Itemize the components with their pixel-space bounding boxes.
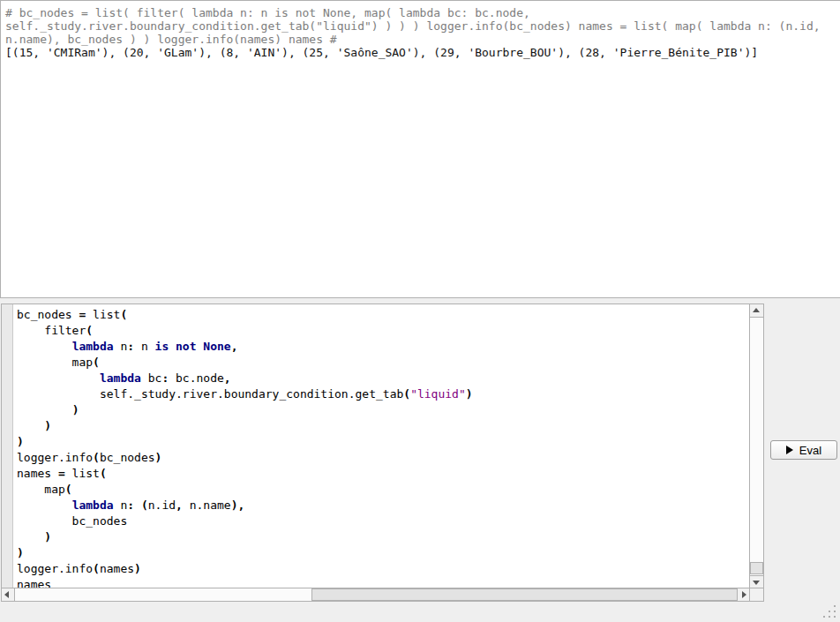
- scrollbar-corner: [749, 588, 763, 601]
- chevron-up-icon: [753, 308, 760, 312]
- vertical-scrollbar[interactable]: [749, 304, 763, 588]
- eval-script-window: { "console": { "lines": [ {"text": "# bc…: [0, 0, 840, 622]
- horizontal-scrollbar-thumb[interactable]: [311, 588, 739, 601]
- console-line: self._study.river.boundary_condition.get…: [5, 19, 840, 33]
- code-line: logger.info(names): [17, 561, 750, 577]
- code-line: logger.info(bc_nodes): [17, 450, 750, 466]
- chevron-right-icon: [742, 591, 746, 598]
- code-line: lambda n: (n.id, n.name),: [17, 498, 750, 513]
- code-line: ): [17, 402, 750, 418]
- code-line: ): [17, 529, 750, 545]
- eval-button[interactable]: Eval: [770, 440, 837, 460]
- code-line: bc_nodes = list(: [17, 307, 750, 323]
- code-editor-textarea[interactable]: bc_nodes = list( filter( lambda n: n is …: [13, 304, 750, 588]
- scroll-up-button[interactable]: [750, 304, 763, 318]
- chevron-down-icon: [753, 581, 760, 585]
- chevron-left-icon: [4, 591, 9, 598]
- play-icon: [786, 446, 793, 454]
- resize-grip-icon[interactable]: [823, 605, 837, 619]
- code-line: bc_nodes: [17, 513, 750, 529]
- code-line: map(: [17, 482, 750, 498]
- code-line: names = list(: [17, 466, 750, 482]
- code-line: ): [17, 418, 750, 434]
- eval-button-label: Eval: [799, 444, 821, 457]
- horizontal-scrollbar[interactable]: [2, 588, 750, 601]
- console-line: [(15, 'CMIRam'), (20, 'GLam'), (8, 'AIN'…: [5, 46, 840, 59]
- code-line: filter(: [17, 323, 750, 339]
- scroll-right-button[interactable]: [737, 588, 750, 601]
- code-line: ): [17, 545, 750, 561]
- editor-marker-gutter: [2, 304, 13, 588]
- scroll-down-button[interactable]: [750, 575, 763, 588]
- code-line: lambda n: n is not None,: [17, 339, 750, 355]
- code-line: lambda bc: bc.node,: [17, 371, 750, 386]
- console-line: n.name), bc_nodes ) ) logger.info(names)…: [5, 33, 840, 46]
- code-line: self._study.river.boundary_condition.get…: [17, 386, 750, 402]
- code-line: ): [17, 434, 750, 450]
- vertical-scrollbar-thumb[interactable]: [750, 562, 763, 574]
- code-line: map(: [17, 355, 750, 371]
- scroll-left-button[interactable]: [2, 588, 15, 601]
- console-line: # bc_nodes = list( filter( lambda n: n i…: [5, 6, 840, 19]
- code-editor-panel: bc_nodes = list( filter( lambda n: n is …: [1, 304, 764, 602]
- console-output-pane: # bc_nodes = list( filter( lambda n: n i…: [0, 0, 840, 298]
